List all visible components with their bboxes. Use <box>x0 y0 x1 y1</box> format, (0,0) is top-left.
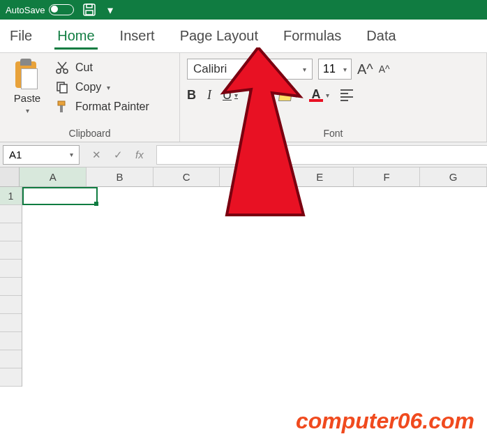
selected-cell[interactable] <box>22 187 98 205</box>
quick-access-toolbar: ▾ <box>82 3 113 17</box>
row-header[interactable] <box>0 350 22 368</box>
row-header[interactable] <box>0 205 22 223</box>
chevron-down-icon: ▾ <box>343 66 347 73</box>
copy-button[interactable]: Copy ▾ <box>54 80 149 95</box>
chevron-down-icon[interactable]: ▾ <box>107 3 113 17</box>
bold-button[interactable]: B <box>187 88 196 103</box>
font-group-label: Font <box>187 125 479 140</box>
autosave-label: AutoSave <box>6 5 45 15</box>
font-color-button[interactable]: A▾ <box>309 89 329 102</box>
cancel-icon[interactable]: ✕ <box>92 149 101 161</box>
font-name-select[interactable]: Calibri ▾ <box>187 59 313 80</box>
row-header[interactable] <box>0 223 22 241</box>
tab-formulas[interactable]: Formulas <box>280 22 344 50</box>
row-header[interactable] <box>0 314 22 332</box>
column-header[interactable]: G <box>420 167 487 186</box>
tab-file[interactable]: File <box>7 22 35 50</box>
column-header[interactable]: A <box>20 167 87 186</box>
toggle-off-icon <box>49 4 74 15</box>
row-header[interactable] <box>0 332 22 350</box>
row-header[interactable] <box>0 241 22 260</box>
clipboard-group-label: Clipboard <box>7 125 172 140</box>
clipboard-group: Paste ▾ Cut Copy ▾ <box>0 53 180 142</box>
watermark: computer06.com <box>296 408 474 434</box>
tab-home[interactable]: Home <box>54 22 97 50</box>
column-header[interactable]: E <box>287 167 354 186</box>
name-box-value: A1 <box>9 149 22 160</box>
formula-input[interactable] <box>156 145 487 165</box>
font-size-value: 11 <box>323 63 336 75</box>
increase-font-icon: A^ <box>357 61 373 77</box>
svg-rect-10 <box>60 105 63 112</box>
autosave-toggle[interactable]: AutoSave <box>6 4 74 15</box>
decrease-font-button[interactable]: A^ <box>379 64 390 75</box>
svg-rect-8 <box>60 84 67 93</box>
italic-button[interactable]: I <box>207 88 211 103</box>
title-bar: AutoSave ▾ <box>0 0 487 20</box>
font-color-icon: A <box>309 89 323 102</box>
svg-rect-2 <box>86 10 93 15</box>
cell-area[interactable] <box>22 187 487 387</box>
decrease-font-icon: A^ <box>379 64 390 75</box>
font-group: Calibri ▾ 11 ▾ A^ A^ B I U▾ ▾ ▾ A▾ Font <box>180 53 487 142</box>
chevron-down-icon: ▾ <box>26 107 29 114</box>
ribbon-tabs: File Home Insert Page Layout Formulas Da… <box>0 20 487 53</box>
column-header[interactable]: B <box>87 167 153 186</box>
column-header[interactable]: D <box>220 167 287 186</box>
font-name-value: Calibri <box>193 62 227 76</box>
font-size-select[interactable]: 11 ▾ <box>318 59 352 80</box>
formula-bar: A1 ▾ ✕ ✓ fx <box>0 142 487 167</box>
paste-icon <box>14 59 40 89</box>
chevron-down-icon: ▾ <box>326 91 329 99</box>
row-header[interactable] <box>0 260 22 278</box>
tab-data[interactable]: Data <box>364 22 398 50</box>
format-painter-label: Format Painter <box>75 100 149 113</box>
row-header[interactable]: 1 <box>0 187 22 205</box>
cut-button[interactable]: Cut <box>54 60 149 75</box>
column-header[interactable]: C <box>153 167 220 186</box>
name-box[interactable]: A1 ▾ <box>3 145 80 165</box>
copy-label: Copy <box>75 81 101 94</box>
copy-icon <box>54 80 70 95</box>
underline-button[interactable]: U▾ <box>223 88 238 103</box>
borders-icon <box>249 89 262 102</box>
format-painter-button[interactable]: Format Painter <box>54 99 149 114</box>
spreadsheet-grid: A B C D E F G 1 <box>0 167 487 387</box>
chevron-down-icon: ▾ <box>234 91 238 99</box>
column-headers: A B C D E F G <box>0 167 487 187</box>
row-header[interactable] <box>0 278 22 296</box>
chevron-down-icon: ▾ <box>107 84 110 91</box>
chevron-down-icon: ▾ <box>264 91 268 99</box>
align-icon <box>340 89 353 101</box>
svg-rect-1 <box>87 4 92 8</box>
paste-label: Paste <box>14 92 40 104</box>
fill-icon <box>278 90 292 101</box>
row-header[interactable] <box>0 296 22 314</box>
cut-label: Cut <box>75 61 93 74</box>
fill-color-button[interactable]: ▾ <box>279 90 298 101</box>
fx-icon[interactable]: fx <box>135 149 144 160</box>
ribbon: Paste ▾ Cut Copy ▾ <box>0 53 487 142</box>
save-icon[interactable] <box>82 3 96 17</box>
paste-button[interactable]: Paste ▾ <box>7 59 47 114</box>
chevron-down-icon: ▾ <box>303 66 306 73</box>
row-headers: 1 <box>0 187 22 387</box>
tab-page-layout[interactable]: Page Layout <box>177 22 261 50</box>
enter-icon[interactable]: ✓ <box>114 149 123 161</box>
select-all-corner[interactable] <box>0 167 20 186</box>
svg-rect-9 <box>58 101 65 105</box>
borders-button[interactable]: ▾ <box>249 89 268 102</box>
chevron-down-icon: ▾ <box>70 151 73 158</box>
row-header[interactable] <box>0 368 22 387</box>
scissors-icon <box>54 60 70 75</box>
increase-font-button[interactable]: A^ <box>357 61 373 77</box>
chevron-down-icon: ▾ <box>294 91 298 99</box>
column-header[interactable]: F <box>354 167 421 186</box>
paintbrush-icon <box>54 99 70 114</box>
align-button[interactable] <box>340 89 353 101</box>
tab-insert[interactable]: Insert <box>117 22 158 50</box>
